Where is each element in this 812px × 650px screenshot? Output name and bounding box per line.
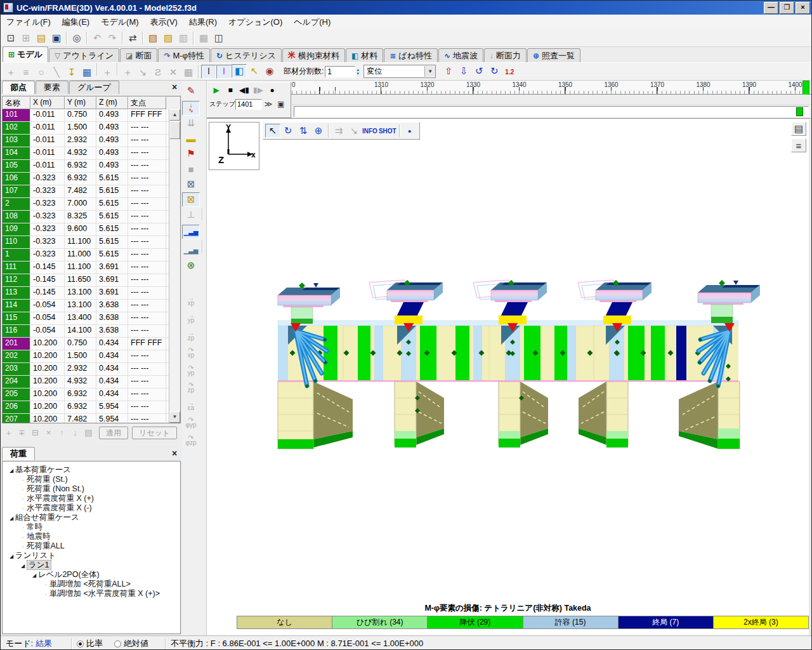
node-name-cell[interactable]: 106 (3, 173, 30, 185)
node-z-cell[interactable]: 5.615 (96, 185, 128, 197)
node-z-cell[interactable]: 0.434 (96, 376, 128, 388)
tab-spring[interactable]: ≋ばね特性 (384, 48, 438, 62)
export-doc-button[interactable]: ▨ (160, 31, 176, 45)
node-name-cell[interactable]: 108 (3, 211, 30, 223)
node-s-cell[interactable]: --- --- (128, 147, 166, 159)
engine-check-button[interactable]: ⊠ (182, 177, 200, 192)
node-x-cell[interactable]: -0.323 (30, 211, 65, 223)
reset-button[interactable]: リセット (132, 427, 177, 439)
node-s-cell[interactable]: --- --- (128, 414, 166, 423)
node-name-cell[interactable]: 107 (3, 185, 30, 197)
node-y-cell[interactable]: 1.500 (65, 350, 96, 362)
expander-icon[interactable]: ◢ (8, 466, 15, 475)
renumber-button[interactable]: ⇄ (125, 31, 140, 45)
column-header[interactable]: X (m) (30, 96, 65, 109)
scale-factor-button[interactable]: 1.2 (502, 65, 517, 79)
select-cursor-button[interactable]: ↖ (265, 124, 280, 138)
node-name-cell[interactable]: 203 (3, 363, 30, 375)
node-name-cell[interactable]: 114 (3, 300, 30, 312)
tree-item[interactable]: ◢組合せ荷重ケース (3, 513, 180, 522)
influence-view-button[interactable]: ⊛ (182, 258, 200, 273)
info-cursor-button[interactable]: ↖ (247, 64, 262, 78)
node-z-cell[interactable]: 3.638 (96, 312, 128, 324)
ratio-radio[interactable] (77, 640, 84, 647)
tab-section-force[interactable]: ↓断面力 (484, 48, 527, 62)
ruler-tool-button[interactable]: ▬ (182, 131, 200, 146)
tree-item[interactable]: ·水平震度荷重 X (+) (3, 494, 180, 503)
tree-item[interactable]: ·地震時 (3, 532, 180, 541)
menu-item[interactable]: ヘルプ(H) (288, 15, 336, 29)
node-y-cell[interactable]: 11.650 (65, 274, 96, 286)
node-name-cell[interactable]: 202 (3, 350, 30, 362)
node-s-cell[interactable]: --- --- (128, 198, 166, 210)
engine-run-button[interactable]: ⊠ (182, 192, 200, 207)
node-y-cell[interactable]: 6.932 (65, 388, 96, 401)
node-z-cell[interactable]: 5.615 (96, 198, 128, 210)
node-x-cell[interactable]: -0.323 (30, 173, 65, 185)
tab-loads[interactable]: 荷重 (2, 447, 35, 460)
node-s-cell[interactable]: --- --- (128, 274, 166, 286)
menu-item[interactable]: オプション(O) (223, 15, 288, 29)
scroll-up-icon[interactable]: ▲ (169, 109, 180, 121)
column-header[interactable]: 名称 (3, 96, 30, 109)
node-s-cell[interactable]: --- --- (128, 211, 166, 223)
step-input[interactable] (235, 99, 262, 110)
node-y-cell[interactable]: 0.750 (65, 338, 96, 350)
report-list-button[interactable]: ≡ (791, 138, 806, 152)
node-z-cell[interactable]: 5.615 (96, 173, 128, 185)
node-y-cell[interactable]: 11.100 (65, 236, 96, 248)
print-preview-button[interactable]: ◎ (69, 31, 84, 45)
wireframe-cube-button[interactable]: ⊡ (3, 31, 18, 45)
node-x-cell[interactable]: -0.011 (30, 147, 65, 159)
node-y-cell[interactable]: 7.000 (65, 198, 96, 210)
node-z-cell[interactable]: 0.493 (96, 109, 128, 121)
node-y-cell[interactable]: 4.932 (65, 376, 96, 388)
node-name-cell[interactable]: 201 (3, 338, 30, 350)
node-s-cell[interactable]: --- --- (128, 160, 166, 172)
node-z-cell[interactable]: 0.434 (96, 363, 128, 375)
expander-icon[interactable]: ◢ (30, 571, 38, 580)
node-y-cell[interactable]: 0.750 (65, 109, 96, 121)
node-x-cell[interactable]: -0.323 (30, 249, 65, 261)
node-s-cell[interactable]: --- --- (128, 312, 166, 324)
tree-item[interactable]: ·常時 (3, 522, 180, 532)
node-z-cell[interactable]: 3.691 (96, 262, 128, 274)
scrollbar-thumb[interactable] (169, 121, 180, 139)
menu-item[interactable]: 結果(R) (183, 15, 223, 29)
tree-item[interactable]: ·死荷重 (St.) (3, 475, 180, 484)
node-x-cell[interactable]: -0.054 (30, 312, 65, 324)
node-name-cell[interactable]: 205 (3, 388, 30, 401)
node-z-cell[interactable]: 5.615 (96, 236, 128, 248)
node-z-cell[interactable]: 5.615 (96, 223, 128, 235)
close-button[interactable]: × (796, 2, 810, 14)
node-s-cell[interactable]: --- --- (128, 236, 166, 248)
tree-item[interactable]: ·単調増加 <水平震度荷重 X (+)> (3, 589, 180, 599)
node-s-cell[interactable]: --- --- (128, 325, 166, 337)
import-doc-button[interactable]: ▧ (145, 31, 160, 45)
node-s-cell[interactable]: --- --- (128, 376, 166, 388)
node-z-cell[interactable]: 0.434 (96, 388, 128, 401)
node-name-cell[interactable]: 104 (3, 147, 30, 159)
node-name-cell[interactable]: 204 (3, 376, 30, 388)
tab-confined-material[interactable]: 米横拘束材料 (282, 48, 345, 62)
tree-item[interactable]: ·死荷重 (Non St.) (3, 484, 180, 494)
tree-item[interactable]: ◢基本荷重ケース (3, 465, 180, 475)
node-name-cell[interactable]: 207 (3, 414, 30, 423)
progress-bar[interactable] (294, 106, 809, 117)
node-x-cell[interactable]: -0.011 (30, 122, 65, 134)
column-header[interactable]: 支点 (128, 96, 166, 109)
node-z-cell[interactable]: 3.638 (96, 300, 128, 312)
table-scrollbar[interactable]: ▲ ▼ (169, 109, 180, 423)
node-s-cell[interactable]: --- --- (128, 262, 166, 274)
node-x-cell[interactable]: 10.200 (30, 363, 65, 375)
node-name-cell[interactable]: 1 (3, 249, 30, 261)
scroll-down-icon[interactable]: ▼ (169, 411, 180, 423)
node-z-cell[interactable]: 3.691 (96, 274, 128, 286)
movie-save-button[interactable]: ▣ (275, 98, 287, 110)
tab-nodes[interactable]: 節点 (2, 81, 35, 94)
node-name-cell[interactable]: 111 (3, 262, 30, 274)
close-icon[interactable]: × (169, 448, 180, 458)
node-z-cell[interactable]: 3.638 (96, 325, 128, 337)
node-y-cell[interactable]: 6.932 (65, 173, 96, 185)
node-name-cell[interactable]: 2 (3, 198, 30, 210)
